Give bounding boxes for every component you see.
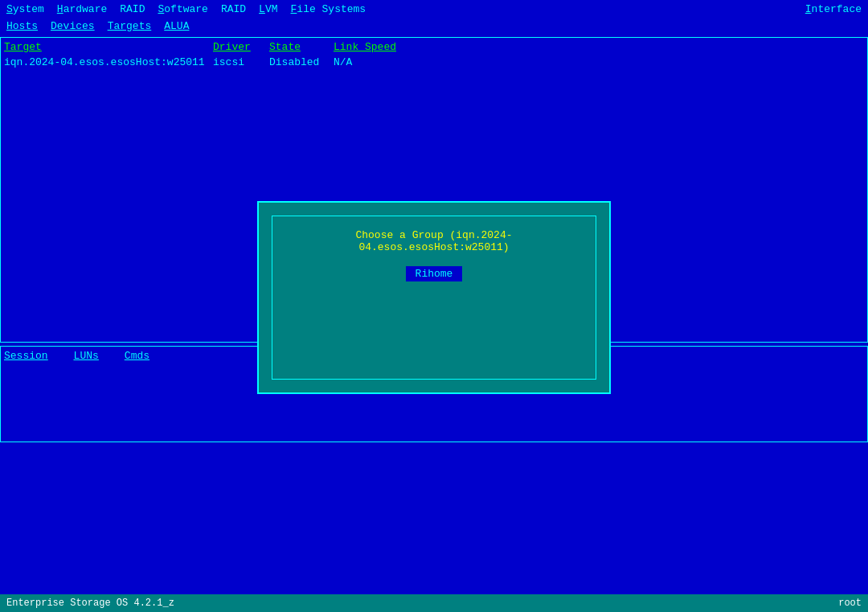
cell-state: Disabled: [269, 56, 334, 68]
dialog-overlay: Choose a Group (iqn.2024-04.esos.esosHos…: [257, 201, 611, 394]
col-header-target: Target: [4, 41, 213, 53]
cell-linkspeed: N/A: [334, 56, 414, 68]
submenu-devices[interactable]: Devices: [51, 20, 95, 32]
menu-interface[interactable]: Interface: [805, 3, 862, 15]
table-row[interactable]: iqn.2024-04.esos.esosHost:w25011 iscsi D…: [4, 56, 864, 68]
sub-menu-bar: Hosts Devices Targets ALUA: [0, 18, 868, 34]
lower-cmds[interactable]: Cmds: [125, 350, 149, 362]
menu-bar: System Hardware RAID Software RAID LVM F…: [0, 0, 868, 18]
status-right: root: [838, 598, 862, 609]
menu-software[interactable]: Software: [158, 3, 207, 15]
dialog-title: Choose a Group (iqn.2024-04.esos.esosHos…: [285, 229, 583, 253]
submenu-targets[interactable]: Targets: [108, 20, 152, 32]
lower-session[interactable]: Session: [4, 350, 48, 362]
menu-raid2[interactable]: RAID: [221, 3, 246, 15]
cell-target: iqn.2024-04.esos.esosHost:w25011: [4, 56, 213, 68]
status-bar: Enterprise Storage OS 4.2.1_z root: [0, 594, 868, 612]
menu-filesystem[interactable]: File Systems: [291, 3, 366, 15]
menu-hardware[interactable]: Hardware: [57, 3, 107, 15]
col-header-state: State: [269, 41, 334, 53]
col-header-driver: Driver: [213, 41, 269, 53]
table-header: Target Driver State Link Speed: [4, 41, 864, 53]
submenu-hosts[interactable]: Hosts: [6, 20, 38, 32]
lower-luns[interactable]: LUNs: [74, 350, 99, 362]
dialog-selected-item[interactable]: Rihome: [406, 266, 463, 281]
menu-bar-left: System Hardware RAID Software RAID LVM F…: [6, 3, 366, 15]
cell-driver: iscsi: [213, 56, 269, 68]
dialog-inner: Choose a Group (iqn.2024-04.esos.esosHos…: [272, 216, 596, 380]
submenu-alua[interactable]: ALUA: [164, 20, 189, 32]
col-header-linkspeed: Link Speed: [334, 41, 414, 53]
menu-lvm[interactable]: LVM: [259, 3, 277, 15]
menu-raid1[interactable]: RAID: [120, 3, 145, 15]
status-left: Enterprise Storage OS 4.2.1_z: [6, 598, 174, 609]
menu-system[interactable]: System: [6, 3, 44, 15]
